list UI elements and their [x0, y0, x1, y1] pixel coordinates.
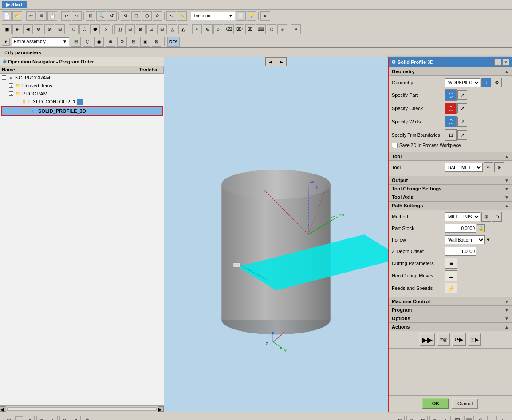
tool-select[interactable]: BALL_MILL (Mil [445, 163, 483, 172]
tree-row-nc-program[interactable]: - ◈ NC_PROGRAM [0, 74, 164, 82]
op-btn-14[interactable]: ⊡ [146, 24, 156, 34]
scroll-left-btn[interactable]: ◀ [0, 406, 6, 412]
assembly-btn-4[interactable]: ⊕ [106, 37, 115, 47]
save-2d-checkbox[interactable] [392, 143, 398, 148]
scroll-right-btn[interactable]: ▶ [158, 406, 164, 412]
h-scrollbar[interactable]: ◀ ▶ [0, 405, 164, 412]
expand-icon-program[interactable]: - [9, 91, 13, 96]
toolchange-section-header[interactable]: Tool Change Settings ▼ [389, 185, 512, 193]
scroll-thumb[interactable] [7, 407, 157, 411]
nav-next-btn[interactable]: ▶ [276, 57, 287, 66]
settings-btn[interactable]: ⚙ [121, 11, 130, 21]
method-search-btn[interactable]: ⊞ [481, 212, 491, 222]
action-verify-btn[interactable]: ≡◎ [437, 333, 450, 346]
machine-section-header[interactable]: Machine Control ▼ [389, 297, 512, 306]
status-btn-5[interactable]: ◈ [48, 416, 58, 420]
assembly-btn-7[interactable]: ▣ [140, 37, 150, 47]
status-btn-4[interactable]: ⊞ [36, 416, 46, 420]
options-section-header[interactable]: Options ▼ [389, 314, 512, 323]
view-dropdown[interactable]: Trimetric ▼ [191, 12, 235, 20]
undo-btn[interactable]: ↩ [61, 11, 71, 21]
status-right-btn-6[interactable]: ⌧ [453, 416, 462, 420]
feeds-speeds-btn[interactable]: ⚡ [445, 283, 457, 293]
grid-btn[interactable]: ⊟ [131, 11, 141, 21]
tool-create-btn[interactable]: ✏ [484, 162, 493, 172]
measure-btn[interactable]: 📏 [177, 11, 187, 21]
specify-trim-edit-btn[interactable]: ↗ [457, 130, 467, 140]
op-btn-26[interactable]: ⏚ [277, 24, 287, 34]
op-btn-25[interactable]: ⌬ [267, 24, 276, 34]
specify-trim-shape-btn[interactable]: ⊡ [445, 129, 457, 141]
op-btn-2[interactable]: ◈ [12, 24, 22, 34]
part-stock-lock-btn[interactable]: 🔒 [477, 224, 485, 232]
cutting-params-btn[interactable]: ≡ [445, 258, 457, 269]
tool-section-header[interactable]: Tool ▲ [389, 152, 512, 161]
status-right-btn-1[interactable]: ⊡ [395, 416, 405, 420]
assembly-btn-2[interactable]: ⬡ [83, 37, 92, 47]
op-btn-16[interactable]: ◬ [168, 24, 177, 34]
op-btn-15[interactable]: ⊞ [157, 24, 167, 34]
op-btn-10[interactable]: ▷ [101, 24, 110, 34]
refresh-btn[interactable]: ↺ [107, 11, 117, 21]
cancel-button[interactable]: Cancel [452, 398, 478, 409]
op-btn-11[interactable]: ◫ [114, 24, 124, 34]
op-btn-19[interactable]: ⊕ [203, 24, 213, 34]
dialog-close-btn[interactable]: ✕ [502, 59, 509, 66]
specify-part-edit-btn[interactable]: ↗ [457, 90, 467, 100]
assembly-btn-8[interactable]: ⊠ [152, 37, 161, 47]
status-right-btn-5[interactable]: ◬ [441, 416, 451, 420]
action-generate-btn[interactable]: ▶▶ [419, 333, 435, 346]
paste-btn[interactable]: 📋 [47, 11, 57, 21]
specify-check-shape-btn[interactable]: ⬡ [445, 103, 457, 114]
expand-icon-unused[interactable]: + [9, 83, 13, 88]
dfa-btn[interactable]: DFA [167, 37, 180, 47]
assembly-dropdown[interactable]: Entire Assembly ▼ [12, 37, 69, 46]
status-btn-7[interactable]: ⊕ [71, 416, 81, 420]
op-btn-20[interactable]: ⌕ [213, 24, 223, 34]
actions-section-header[interactable]: Actions ▲ [389, 323, 512, 331]
op-btn-13[interactable]: ⊠ [136, 24, 146, 34]
status-right-btn-7[interactable]: ⌨ [464, 416, 474, 420]
part-stock-input[interactable] [445, 224, 476, 233]
op-btn-12[interactable]: ⊟ [125, 24, 135, 34]
non-cutting-btn[interactable]: ≣ [445, 270, 457, 281]
zoom-fit-btn[interactable]: ⊞ [86, 11, 95, 21]
status-btn-6[interactable]: ◉ [59, 416, 69, 420]
op-btn-17[interactable]: ◭ [178, 24, 188, 34]
op-btn-24[interactable]: ⌨ [256, 24, 266, 34]
op-btn-23[interactable]: ⌧ [245, 24, 255, 34]
status-right-btn-2[interactable]: ⊟ [406, 416, 416, 420]
specify-walls-edit-btn[interactable]: ↗ [457, 117, 467, 127]
op-btn-6[interactable]: ⊞ [55, 24, 65, 34]
op-btn-9[interactable]: ⬢ [90, 24, 100, 34]
status-right-btn-10[interactable]: ▷ [499, 416, 508, 420]
status-btn-1[interactable]: ▣ [4, 416, 13, 420]
status-right-btn-4[interactable]: ⊞ [429, 416, 439, 420]
tree-row-program[interactable]: - 📁 PROGRAM [0, 90, 164, 98]
op-btn-4[interactable]: ⊕ [34, 24, 43, 34]
specify-walls-shape-btn[interactable]: ⬡ [445, 116, 457, 127]
geometry-add-btn[interactable]: + [481, 78, 491, 87]
op-btn-7[interactable]: ⌬ [69, 24, 79, 34]
view3d-btn[interactable]: ⬡ [142, 11, 152, 21]
method-edit-btn[interactable]: ⚙ [492, 212, 502, 222]
status-btn-8[interactable]: ⌬ [83, 416, 92, 420]
assembly-btn-5[interactable]: ⊗ [117, 37, 127, 47]
tree-row-unused[interactable]: + 📁 Unused Items [0, 82, 164, 90]
op-btn-1[interactable]: ▣ [2, 24, 12, 34]
expand-icon-nc[interactable]: - [2, 75, 6, 80]
path-section-header[interactable]: Path Settings ▲ [389, 202, 512, 210]
redo-btn[interactable]: ↪ [72, 11, 82, 21]
output-section-header[interactable]: Output ▼ [389, 176, 512, 185]
op-btn-5[interactable]: ⊗ [44, 24, 54, 34]
status-btn-3[interactable]: ⚙ [25, 416, 35, 420]
assembly-btn-6[interactable]: ⊟ [129, 37, 138, 47]
specify-part-shape-btn[interactable]: ⬡ [445, 89, 457, 101]
ok-button[interactable]: OK [422, 398, 449, 409]
op-btn-21[interactable]: ⌫ [224, 24, 234, 34]
status-right-btn-9[interactable]: ◭ [487, 416, 497, 420]
select-btn[interactable]: ↖ [166, 11, 176, 21]
rotate-btn[interactable]: ⟳ [153, 11, 162, 21]
copy-btn[interactable]: ⧉ [37, 11, 47, 21]
open-btn[interactable]: 📂 [12, 11, 22, 21]
